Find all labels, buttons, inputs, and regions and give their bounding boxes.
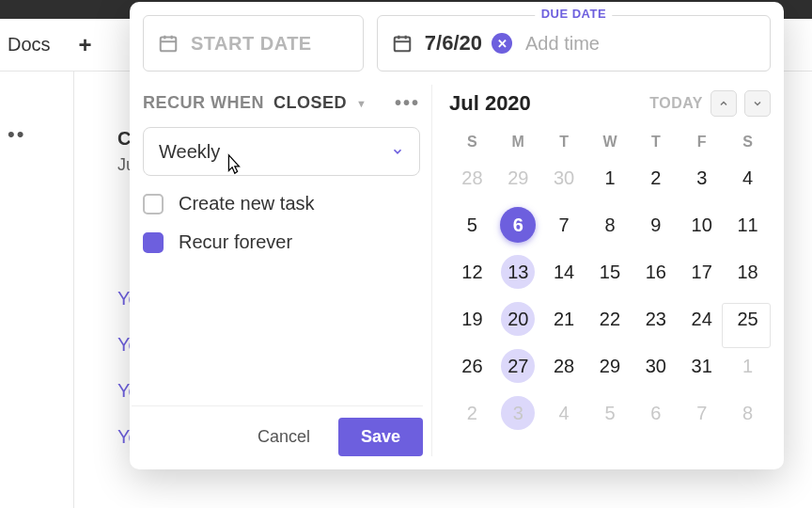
date-picker-modal: START DATE DUE DATE 7/6/20 ✕ Add time RE… bbox=[130, 2, 784, 469]
add-time-link[interactable]: Add time bbox=[525, 33, 600, 55]
weekday-label: T bbox=[541, 128, 587, 156]
calendar-day[interactable]: 5 bbox=[449, 203, 495, 246]
frequency-dropdown[interactable]: Weekly bbox=[143, 127, 420, 176]
recur-panel: RECUR WHEN CLOSED ▼ ••• Weekly Create n bbox=[143, 85, 432, 456]
calendar-panel: Jul 2020 TODAY SMTWTFS 28293012345678910… bbox=[432, 85, 771, 456]
calendar-day[interactable]: 28 bbox=[541, 344, 587, 388]
calendar-day[interactable]: 6 bbox=[632, 391, 679, 435]
calendar-day[interactable]: 4 bbox=[541, 391, 587, 435]
weekday-label: S bbox=[725, 128, 771, 156]
calendar-day[interactable]: 8 bbox=[587, 203, 633, 246]
calendar-icon bbox=[391, 32, 414, 55]
calendar-icon bbox=[157, 32, 180, 55]
calendar-day[interactable]: 24 bbox=[679, 297, 725, 341]
prev-month-button[interactable] bbox=[710, 90, 737, 117]
weekday-label: T bbox=[632, 128, 679, 156]
weekday-label: M bbox=[495, 128, 541, 156]
calendar-day[interactable]: 29 bbox=[587, 344, 633, 388]
calendar-day[interactable]: 16 bbox=[632, 250, 679, 294]
calendar-day[interactable]: 2 bbox=[632, 156, 679, 199]
weekday-label: W bbox=[587, 128, 633, 156]
modal-footer: Cancel Save bbox=[132, 405, 423, 456]
weekday-header: SMTWTFS bbox=[449, 128, 771, 156]
calendar-day[interactable]: 5 bbox=[587, 391, 633, 435]
calendar-day[interactable]: 28 bbox=[449, 156, 495, 199]
checkbox-icon[interactable] bbox=[143, 194, 164, 214]
next-month-button[interactable] bbox=[744, 90, 771, 117]
svg-rect-0 bbox=[161, 38, 177, 52]
due-date-value: 7/6/20 bbox=[425, 31, 482, 56]
calendar-day[interactable]: 14 bbox=[541, 250, 587, 294]
create-new-label: Create new task bbox=[179, 193, 315, 214]
calendar-month-title: Jul 2020 bbox=[449, 91, 531, 116]
recur-label: RECUR WHEN bbox=[143, 93, 264, 113]
calendar-day[interactable]: 1 bbox=[725, 344, 771, 388]
calendar-day[interactable]: 6 bbox=[495, 203, 541, 246]
calendar-day[interactable]: 2 bbox=[449, 391, 495, 435]
calendar-day[interactable]: 15 bbox=[587, 250, 633, 294]
calendar-day[interactable]: 29 bbox=[495, 156, 541, 199]
calendar-day[interactable]: 4 bbox=[725, 156, 771, 199]
calendar-day[interactable]: 21 bbox=[541, 297, 587, 341]
due-date-label: DUE DATE bbox=[536, 7, 612, 21]
frequency-label: Weekly bbox=[159, 141, 220, 163]
calendar-day[interactable]: 12 bbox=[449, 250, 495, 294]
today-button[interactable]: TODAY bbox=[649, 95, 703, 112]
calendar-day[interactable]: 18 bbox=[725, 250, 771, 294]
calendar-day[interactable]: 23 bbox=[632, 297, 679, 341]
calendar-day[interactable]: 27 bbox=[495, 344, 541, 388]
calendar-grid: 2829301234567891011121314151617181920212… bbox=[449, 156, 771, 435]
calendar-day[interactable]: 26 bbox=[449, 344, 495, 388]
recur-forever-label: Recur forever bbox=[179, 231, 292, 253]
save-button[interactable]: Save bbox=[338, 418, 423, 456]
svg-rect-1 bbox=[395, 38, 411, 52]
calendar-day[interactable]: 9 bbox=[632, 203, 679, 246]
calendar-day[interactable]: 22 bbox=[587, 297, 633, 341]
chevron-down-icon: ▼ bbox=[356, 98, 367, 109]
calendar-day[interactable]: 30 bbox=[541, 156, 587, 199]
start-date-field[interactable]: START DATE bbox=[143, 15, 364, 71]
start-date-placeholder: START DATE bbox=[191, 33, 312, 55]
more-options-icon[interactable]: ••• bbox=[395, 92, 420, 114]
calendar-day[interactable]: 19 bbox=[449, 297, 495, 341]
toolbar-docs[interactable]: Docs bbox=[8, 34, 51, 56]
create-new-task-option[interactable]: Create new task bbox=[143, 193, 420, 214]
calendar-day[interactable]: 1 bbox=[587, 156, 633, 199]
calendar-day[interactable]: 3 bbox=[495, 391, 541, 435]
weekday-label: F bbox=[679, 128, 725, 156]
recur-value: CLOSED bbox=[273, 93, 347, 113]
calendar-day[interactable]: 13 bbox=[495, 250, 541, 294]
calendar-day[interactable]: 7 bbox=[679, 391, 725, 435]
calendar-day[interactable]: 7 bbox=[541, 203, 587, 246]
calendar-day[interactable]: 20 bbox=[495, 297, 541, 341]
due-date-field[interactable]: DUE DATE 7/6/20 ✕ Add time bbox=[377, 15, 771, 71]
add-icon[interactable]: + bbox=[79, 32, 92, 58]
checkbox-checked-icon[interactable] bbox=[143, 232, 164, 253]
calendar-day[interactable]: 11 bbox=[725, 203, 771, 246]
calendar-day[interactable]: 3 bbox=[679, 156, 725, 199]
recur-when-selector[interactable]: RECUR WHEN CLOSED ▼ ••• bbox=[143, 92, 420, 114]
calendar-day[interactable]: 10 bbox=[679, 203, 725, 246]
chevron-down-icon bbox=[391, 141, 404, 163]
weekday-label: S bbox=[449, 128, 495, 156]
calendar-day[interactable]: 25 bbox=[725, 297, 771, 341]
recur-forever-option[interactable]: Recur forever bbox=[143, 231, 420, 253]
calendar-day[interactable]: 17 bbox=[679, 250, 725, 294]
calendar-day[interactable]: 8 bbox=[725, 391, 771, 435]
cancel-button[interactable]: Cancel bbox=[241, 418, 327, 456]
clear-due-date-icon[interactable]: ✕ bbox=[492, 33, 512, 54]
calendar-day[interactable]: 31 bbox=[679, 344, 725, 388]
calendar-day[interactable]: 30 bbox=[632, 344, 679, 388]
cursor-icon bbox=[223, 152, 243, 182]
